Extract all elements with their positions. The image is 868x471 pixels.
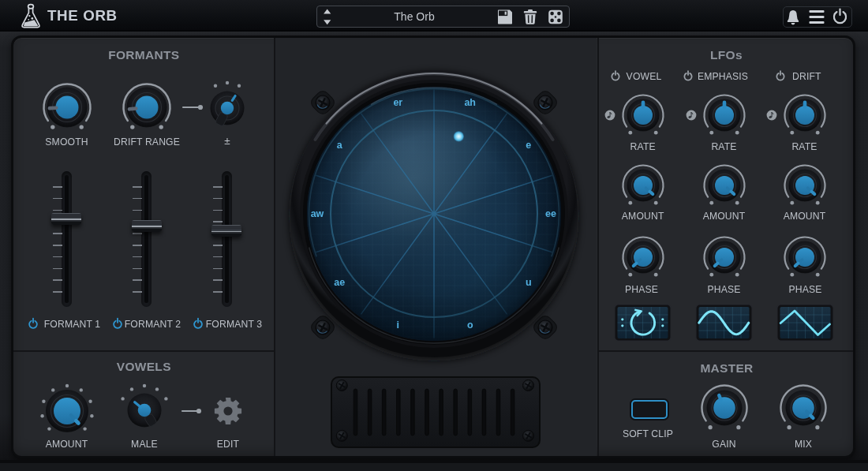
svg-text:i: i	[397, 320, 399, 331]
svg-text:ae: ae	[334, 277, 345, 288]
svg-text:o: o	[467, 320, 473, 331]
svg-text:ah: ah	[464, 97, 476, 108]
svg-text:er: er	[393, 97, 402, 108]
svg-text:ee: ee	[545, 208, 556, 219]
svg-text:e: e	[526, 140, 531, 151]
svg-text:aw: aw	[311, 208, 324, 219]
svg-text:u: u	[526, 277, 532, 288]
svg-text:a: a	[337, 140, 343, 151]
